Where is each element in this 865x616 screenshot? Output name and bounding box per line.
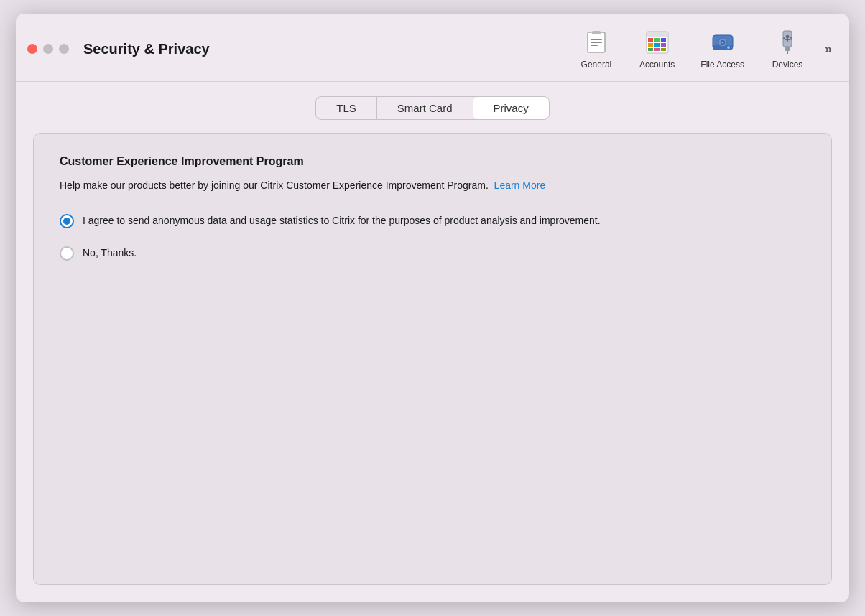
svg-point-18 xyxy=(727,46,730,49)
content-area: TLS Smart Card Privacy Customer Experien… xyxy=(16,82,849,602)
svg-rect-24 xyxy=(787,51,788,54)
toolbar: General xyxy=(568,24,838,74)
tab-privacy[interactable]: Privacy xyxy=(473,97,549,119)
svg-rect-4 xyxy=(591,45,598,46)
devices-icon xyxy=(773,28,802,57)
svg-rect-3 xyxy=(591,42,602,43)
accounts-icon xyxy=(643,28,672,57)
learn-more-link[interactable]: Learn More xyxy=(494,179,546,191)
svg-rect-9 xyxy=(661,38,666,42)
minimize-button[interactable] xyxy=(43,44,53,54)
svg-rect-2 xyxy=(591,39,602,40)
maximize-button[interactable] xyxy=(59,44,69,54)
radio-option-agree[interactable]: I agree to send anonymous data and usage… xyxy=(60,213,805,228)
toolbar-item-general[interactable]: General xyxy=(568,24,625,74)
radio-no-thanks-label: No, Thanks. xyxy=(83,246,137,261)
svg-rect-6 xyxy=(647,32,668,37)
svg-rect-8 xyxy=(654,38,660,42)
toolbar-item-accounts[interactable]: Accounts xyxy=(628,24,686,74)
radio-group: I agree to send anonymous data and usage… xyxy=(60,213,805,261)
radio-agree-indicator[interactable] xyxy=(60,214,74,228)
svg-rect-10 xyxy=(648,43,653,47)
tab-bar: TLS Smart Card Privacy xyxy=(315,96,549,120)
toolbar-item-devices[interactable]: Devices xyxy=(759,24,816,74)
tab-smartcard[interactable]: Smart Card xyxy=(377,97,473,119)
svg-rect-14 xyxy=(654,48,660,51)
window-title: Security & Privacy xyxy=(83,41,210,57)
svg-rect-15 xyxy=(661,48,666,51)
accounts-label: Accounts xyxy=(639,60,675,70)
radio-no-thanks-indicator[interactable] xyxy=(60,246,74,261)
panel-title: Customer Experience Improvement Program xyxy=(60,155,805,168)
svg-rect-11 xyxy=(654,43,660,47)
radio-option-no-thanks[interactable]: No, Thanks. xyxy=(60,246,805,261)
svg-rect-1 xyxy=(592,31,601,34)
svg-rect-12 xyxy=(661,43,666,47)
general-icon xyxy=(582,28,611,57)
svg-rect-23 xyxy=(785,47,790,51)
tab-tls[interactable]: TLS xyxy=(316,97,377,119)
radio-agree-label: I agree to send anonymous data and usage… xyxy=(83,213,601,228)
panel-description: Help make our products better by joining… xyxy=(60,178,805,193)
toolbar-more-button[interactable]: » xyxy=(819,37,838,61)
toolbar-item-file-access[interactable]: File Access xyxy=(689,24,756,74)
main-window: Security & Privacy General xyxy=(16,14,849,602)
titlebar: Security & Privacy General xyxy=(16,14,849,82)
description-text: Help make our products better by joining… xyxy=(60,179,489,191)
file-access-icon xyxy=(708,28,737,57)
svg-point-25 xyxy=(786,35,789,38)
svg-rect-7 xyxy=(648,38,653,42)
file-access-label: File Access xyxy=(700,60,744,70)
general-label: General xyxy=(581,60,612,70)
window-controls xyxy=(27,44,69,54)
privacy-panel: Customer Experience Improvement Program … xyxy=(33,133,832,585)
svg-rect-29 xyxy=(783,38,785,40)
close-button[interactable] xyxy=(27,44,37,54)
devices-label: Devices xyxy=(772,60,803,70)
svg-rect-13 xyxy=(648,48,653,51)
svg-point-21 xyxy=(721,42,723,44)
